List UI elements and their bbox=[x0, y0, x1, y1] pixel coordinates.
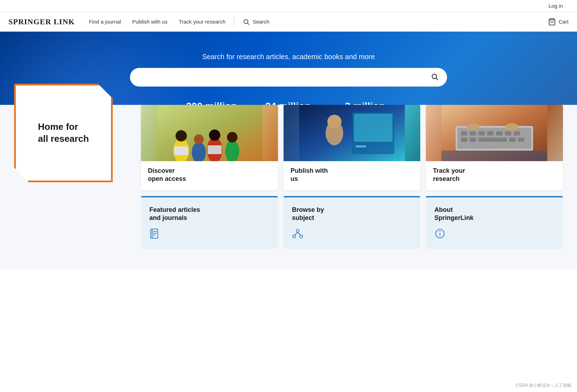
cart-icon bbox=[548, 18, 556, 26]
hero-search-button[interactable] bbox=[429, 71, 440, 83]
svg-rect-40 bbox=[442, 151, 547, 161]
svg-rect-21 bbox=[354, 114, 392, 142]
home-box: Home for all research bbox=[14, 84, 113, 182]
svg-point-3 bbox=[432, 74, 437, 79]
svg-rect-26 bbox=[461, 131, 467, 135]
featured-articles-icon bbox=[149, 228, 269, 242]
login-link[interactable]: Log in bbox=[548, 3, 563, 9]
svg-point-8 bbox=[175, 130, 187, 141]
browse-subject-icon bbox=[292, 228, 412, 242]
svg-point-48 bbox=[300, 235, 303, 238]
svg-point-53 bbox=[440, 231, 441, 232]
search-label: Search bbox=[253, 19, 269, 25]
svg-line-50 bbox=[298, 232, 300, 235]
card-img-1 bbox=[141, 105, 278, 161]
svg-point-47 bbox=[293, 235, 296, 238]
svg-rect-16 bbox=[207, 145, 222, 154]
svg-point-12 bbox=[209, 129, 220, 141]
svg-point-39 bbox=[506, 123, 519, 130]
bottom-card-featured[interactable]: Featured articlesand journals bbox=[141, 196, 278, 249]
nav-search[interactable]: Search bbox=[237, 18, 275, 25]
card-track-title: Track yourresearch bbox=[433, 167, 556, 183]
svg-rect-33 bbox=[461, 138, 467, 142]
svg-line-4 bbox=[436, 78, 438, 80]
svg-point-38 bbox=[467, 123, 480, 130]
cart-link[interactable]: Cart bbox=[548, 18, 569, 26]
card-discover-open-access[interactable]: Discoveropen access bbox=[141, 105, 278, 190]
main-nav: SPRINGER LINK Find a journal Publish wit… bbox=[0, 12, 577, 32]
bottom-card-about[interactable]: AboutSpringerLink bbox=[426, 196, 563, 249]
bottom-card-browse-title: Browse bysubject bbox=[292, 206, 412, 222]
svg-point-46 bbox=[296, 229, 299, 232]
svg-point-14 bbox=[227, 132, 237, 143]
cart-label: Cart bbox=[559, 19, 569, 25]
svg-rect-29 bbox=[488, 131, 494, 135]
card-discover-body: Discoveropen access bbox=[141, 161, 278, 190]
top-cards-row: Discoveropen access bbox=[141, 105, 563, 190]
home-box-line1: Home for bbox=[38, 121, 78, 132]
svg-line-49 bbox=[295, 232, 298, 235]
nav-track-research[interactable]: Track your research bbox=[173, 19, 231, 25]
hero-search-input[interactable] bbox=[137, 74, 429, 81]
home-box-line2: all research bbox=[38, 133, 89, 144]
nav-divider bbox=[234, 17, 234, 27]
card-publish-with-us[interactable]: Publish withus bbox=[284, 105, 421, 190]
search-icon bbox=[243, 18, 250, 25]
svg-rect-31 bbox=[505, 131, 511, 135]
home-box-text: Home for all research bbox=[27, 114, 100, 152]
svg-rect-32 bbox=[514, 131, 520, 135]
svg-rect-34 bbox=[470, 138, 476, 142]
card-discover-title: Discoveropen access bbox=[148, 167, 271, 183]
svg-rect-35 bbox=[479, 138, 507, 142]
nav-links: Find a journal Publish with us Track you… bbox=[89, 17, 275, 27]
svg-point-0 bbox=[244, 19, 248, 24]
bottom-card-browse[interactable]: Browse bysubject bbox=[284, 196, 421, 249]
card-publish-title: Publish withus bbox=[291, 167, 414, 183]
top-bar: Log in bbox=[0, 0, 577, 12]
search-submit-icon bbox=[431, 73, 439, 81]
bottom-card-about-title: AboutSpringerLink bbox=[434, 206, 554, 222]
hero-title: Search for research articles, academic b… bbox=[130, 53, 447, 61]
nav-find-journal[interactable]: Find a journal bbox=[89, 19, 126, 25]
main-section: Home for all research bbox=[0, 105, 577, 270]
card-track-body: Track yourresearch bbox=[426, 161, 563, 190]
bottom-cards-row: Featured articlesand journals Browse bys… bbox=[141, 196, 563, 249]
svg-point-19 bbox=[327, 115, 341, 129]
svg-line-1 bbox=[248, 23, 249, 25]
svg-rect-36 bbox=[509, 138, 516, 142]
card-img-3 bbox=[426, 105, 563, 161]
svg-rect-30 bbox=[496, 131, 503, 135]
svg-rect-15 bbox=[174, 146, 188, 155]
nav-publish-with-us[interactable]: Publish with us bbox=[126, 19, 173, 25]
bottom-card-featured-title: Featured articlesand journals bbox=[149, 206, 269, 222]
site-logo[interactable]: SPRINGER LINK bbox=[8, 17, 75, 26]
svg-rect-28 bbox=[479, 131, 485, 135]
card-publish-body: Publish withus bbox=[284, 161, 421, 190]
about-springerlink-icon bbox=[434, 228, 554, 242]
svg-rect-27 bbox=[470, 131, 476, 135]
svg-rect-22 bbox=[355, 145, 366, 147]
svg-point-10 bbox=[194, 134, 204, 144]
cards-container: Discoveropen access bbox=[141, 105, 563, 249]
hero-search-bar[interactable] bbox=[130, 68, 447, 87]
card-img-2 bbox=[284, 105, 421, 161]
card-track-research[interactable]: Track yourresearch bbox=[426, 105, 563, 190]
svg-rect-37 bbox=[518, 138, 525, 142]
